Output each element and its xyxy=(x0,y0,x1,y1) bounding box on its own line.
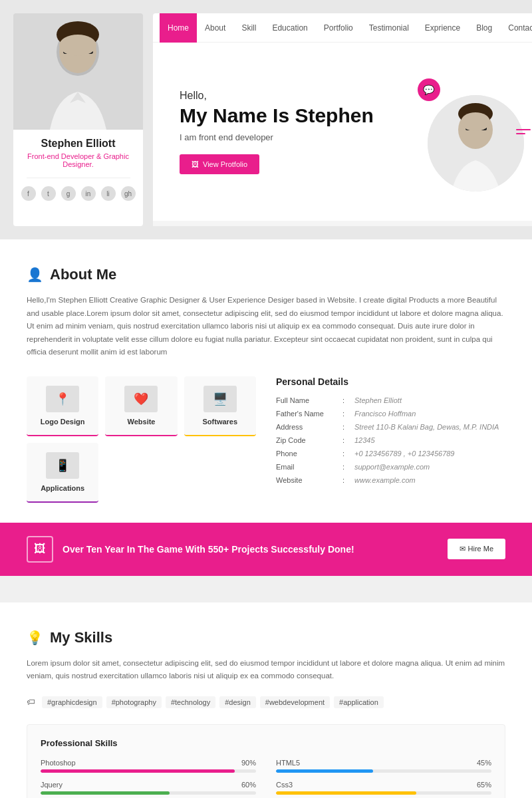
profile-role: Front-end Developer & Graphic Designer. xyxy=(13,152,143,168)
skill-tags: 🏷 #graphicdesign #photography #technolog… xyxy=(27,696,505,708)
html5-bar-fill xyxy=(276,769,373,773)
softwares-label: Softwares xyxy=(203,418,238,426)
role-suffix: Developer & Graphic Designer. xyxy=(59,152,129,168)
service-logo-design[interactable]: 📍 Logo Design xyxy=(27,376,98,436)
menu-line-2 xyxy=(516,133,525,134)
logo-design-label: Logo Design xyxy=(41,418,85,426)
hero-section: Stephen Elliott Front-end Developer & Gr… xyxy=(0,0,532,239)
tag-technology[interactable]: #technology xyxy=(166,696,215,708)
tag-graphicdesign[interactable]: #graphicdesign xyxy=(42,696,102,708)
facebook-icon[interactable]: f xyxy=(21,186,36,201)
tag-webdevelopment[interactable]: #webdevelopment xyxy=(260,696,330,708)
hero-bottom-strip xyxy=(153,221,532,226)
hero-text: Hello, My Name Is Stephen I am front end… xyxy=(180,90,418,174)
nav-home[interactable]: Home xyxy=(160,13,197,43)
view-portfolio-button[interactable]: 🖼 View Protfolio xyxy=(180,154,259,174)
card-divider xyxy=(27,178,130,178)
linkedin-icon[interactable]: li xyxy=(101,186,116,201)
nav-education[interactable]: Education xyxy=(264,13,315,43)
about-bio: Hello,I'm Stephen Elliott Creative Graph… xyxy=(27,294,505,359)
skill-photoshop: Photoshop 90% xyxy=(41,759,256,773)
hire-me-button[interactable]: ✉ Hire Me xyxy=(448,539,505,559)
skill-jquery: Jquery 60% xyxy=(41,781,256,795)
skill-html5: HTML5 45% xyxy=(276,759,491,773)
twitter-icon[interactable]: t xyxy=(41,186,56,201)
detail-phone: Phone : +0 123456789 , +0 123456789 xyxy=(276,450,505,458)
nav-experience[interactable]: Exprience xyxy=(417,13,468,43)
service-applications[interactable]: 📱 Applications xyxy=(27,443,98,503)
detail-address: Address : Street 110-B Kalani Bag, Dewas… xyxy=(276,423,505,431)
tag-application[interactable]: #application xyxy=(334,696,384,708)
nav-about[interactable]: About xyxy=(197,13,233,43)
css3-pct: 65% xyxy=(477,781,491,789)
photoshop-pct: 90% xyxy=(241,759,256,767)
instagram-icon[interactable]: in xyxy=(81,186,96,201)
html5-pct: 45% xyxy=(477,759,491,767)
cta-text: Over Ten Year In The Game With 550+ Proj… xyxy=(63,544,354,555)
skills-intro: Lorem ipsum dolor sit amet, consectetur … xyxy=(27,657,505,683)
detail-father: Father's Name : Francisco Hoffman xyxy=(276,410,505,418)
profile-photo xyxy=(13,13,143,130)
svg-point-14 xyxy=(461,112,490,131)
cta-image-icon: 🖼 xyxy=(27,536,53,563)
photoshop-label: Photoshop xyxy=(41,759,76,767)
hero-greeting: Hello, xyxy=(180,90,418,102)
portfolio-btn-label: View Protfolio xyxy=(203,160,247,168)
service-cards: 📍 Logo Design ❤️ Website 🖥️ Softwares 📱 … xyxy=(27,376,256,503)
html5-label: HTML5 xyxy=(276,759,300,767)
about-section: 👤 About Me Hello,I'm Stephen Elliott Cre… xyxy=(0,239,532,523)
website-icon: ❤️ xyxy=(124,386,158,412)
tag-photography[interactable]: #photography xyxy=(106,696,162,708)
skills-box-title: Professional Skills xyxy=(41,738,491,748)
css3-bar-bg xyxy=(276,791,491,795)
hire-me-label: ✉ Hire Me xyxy=(460,545,493,553)
css3-label: Css3 xyxy=(276,781,293,789)
photoshop-bar-fill xyxy=(41,769,235,773)
detail-fullname: Full Name : Stephen Elliott xyxy=(276,396,505,404)
person-icon: 👤 xyxy=(27,267,43,283)
menu-line-1 xyxy=(516,129,531,130)
nav-testimonial[interactable]: Testimonial xyxy=(361,13,417,43)
cta-left: 🖼 Over Ten Year In The Game With 550+ Pr… xyxy=(27,536,354,563)
svg-point-7 xyxy=(59,35,96,56)
skill-css3: Css3 65% xyxy=(276,781,491,795)
bulb-icon: 💡 xyxy=(27,630,43,646)
hero-title: My Name Is Stephen xyxy=(180,104,418,127)
detail-email: Email : support@example.com xyxy=(276,463,505,471)
service-softwares[interactable]: 🖥️ Softwares xyxy=(184,376,256,436)
skills-section: 💡 My Skills Lorem ipsum dolor sit amet, … xyxy=(0,602,532,798)
nav-skill[interactable]: Skill xyxy=(233,13,264,43)
website-label: Website xyxy=(128,418,156,426)
github-icon[interactable]: gh xyxy=(121,186,136,201)
skills-right-col: HTML5 45% Css3 65% xyxy=(276,759,491,798)
hero-content: Hello, My Name Is Stephen I am front end… xyxy=(153,43,532,221)
portfolio-icon: 🖼 xyxy=(192,160,199,168)
nav-blog[interactable]: Blog xyxy=(468,13,500,43)
nav-portfolio[interactable]: Portfolio xyxy=(316,13,361,43)
hero-right-panel: Home About Skill Education Portfolio Tes… xyxy=(153,13,532,226)
hero-subtitle: I am front end developer xyxy=(180,132,418,142)
detail-website: Website : www.example.com xyxy=(276,476,505,484)
skills-left-col: Photoshop 90% Jquery 60% xyxy=(41,759,256,798)
hero-photo-area: 💬 xyxy=(418,72,524,192)
social-icons: f t g in li gh xyxy=(21,186,136,201)
html5-bar-bg xyxy=(276,769,491,773)
about-heading: 👤 About Me xyxy=(27,266,505,283)
skills-title: My Skills xyxy=(50,629,112,646)
softwares-icon: 🖥️ xyxy=(203,386,237,412)
google-icon[interactable]: g xyxy=(61,186,76,201)
about-title: About Me xyxy=(50,266,116,283)
skills-box: Professional Skills Photoshop 90% Jquery xyxy=(27,724,505,798)
jquery-bar-fill xyxy=(41,791,170,795)
skills-columns: Photoshop 90% Jquery 60% xyxy=(41,759,491,798)
tag-icon: 🏷 xyxy=(27,697,35,707)
nav-contact[interactable]: Contact xyxy=(500,13,532,43)
service-website[interactable]: ❤️ Website xyxy=(105,376,177,436)
tag-design[interactable]: #design xyxy=(219,696,256,708)
photoshop-bar-bg xyxy=(41,769,256,773)
detail-zipcode: Zip Code : 12345 xyxy=(276,436,505,444)
jquery-label: Jquery xyxy=(41,781,63,789)
applications-icon: 📱 xyxy=(46,452,79,479)
applications-label: Applications xyxy=(41,484,84,492)
chat-bubble-icon[interactable]: 💬 xyxy=(418,78,440,101)
